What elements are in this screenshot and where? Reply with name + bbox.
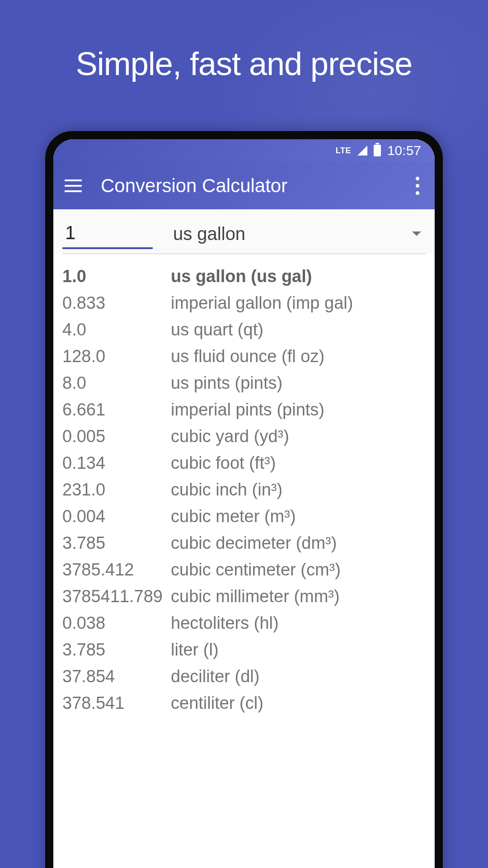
result-value: 128.0 [62, 347, 171, 366]
status-bar: LTE 10:57 [53, 139, 435, 162]
result-value: 0.038 [62, 613, 171, 633]
unit-dropdown-label: us gallon [173, 224, 245, 244]
results-list: 1.0us gallon (us gal)0.833imperial gallo… [53, 263, 435, 717]
result-label: cubic foot (ft³) [171, 453, 276, 473]
result-row[interactable]: 1.0us gallon (us gal) [62, 263, 426, 290]
app-bar: Conversion Calculator [53, 162, 435, 209]
result-value: 0.833 [62, 293, 171, 313]
phone-screen: LTE 10:57 Conversion Calculator us gallo… [53, 139, 435, 868]
result-row[interactable]: 6.661imperial pints (pints) [62, 396, 426, 423]
result-row[interactable]: 3.785cubic decimeter (dm³) [62, 530, 426, 557]
result-row[interactable]: 4.0us quart (qt) [62, 316, 426, 343]
result-value: 8.0 [62, 373, 171, 393]
signal-icon [357, 146, 367, 156]
value-input[interactable] [62, 218, 153, 249]
result-label: imperial pints (pints) [171, 400, 324, 420]
result-label: liter (l) [171, 640, 219, 660]
result-row[interactable]: 0.833imperial gallon (imp gal) [62, 290, 426, 316]
result-row[interactable]: 128.0us fluid ounce (fl oz) [62, 343, 426, 370]
result-row[interactable]: 3785.412cubic centimeter (cm³) [62, 557, 426, 583]
result-label: imperial gallon (imp gal) [171, 293, 353, 313]
result-row[interactable]: 8.0us pints (pints) [62, 370, 426, 396]
result-label: hectoliters (hl) [171, 613, 279, 633]
promo-headline: Simple, fast and precise [0, 0, 488, 82]
result-value: 37.854 [62, 667, 171, 686]
phone-frame: LTE 10:57 Conversion Calculator us gallo… [45, 131, 443, 868]
unit-dropdown[interactable]: us gallon [173, 224, 426, 244]
input-row: us gallon [53, 209, 435, 254]
divider [62, 254, 426, 254]
result-label: deciliter (dl) [171, 667, 259, 686]
result-value: 3.785 [62, 640, 171, 660]
lte-indicator: LTE [336, 146, 351, 156]
hamburger-menu-icon[interactable] [65, 179, 82, 192]
result-row[interactable]: 3.785liter (l) [62, 637, 426, 663]
result-value: 231.0 [62, 480, 171, 500]
result-label: cubic yard (yd³) [171, 427, 289, 446]
result-row[interactable]: 0.004cubic meter (m³) [62, 503, 426, 530]
battery-icon [374, 145, 381, 156]
result-row[interactable]: 0.134cubic foot (ft³) [62, 450, 426, 476]
result-row[interactable]: 37.854deciliter (dl) [62, 663, 426, 690]
result-value: 4.0 [62, 320, 171, 340]
result-label: us gallon (us gal) [171, 267, 312, 286]
result-value: 378.541 [62, 693, 171, 713]
result-value: 0.004 [62, 507, 171, 526]
result-label: cubic millimeter (mm³) [171, 587, 340, 606]
result-row[interactable]: 231.0cubic inch (in³) [62, 476, 426, 503]
result-value: 0.134 [62, 453, 171, 473]
result-value: 1.0 [62, 267, 171, 286]
result-value: 3785.412 [62, 560, 171, 580]
result-value: 0.005 [62, 427, 171, 446]
chevron-down-icon [412, 231, 421, 236]
result-value: 3.785 [62, 533, 171, 553]
result-label: us quart (qt) [171, 320, 263, 340]
result-value: 3785411.789 [62, 587, 171, 606]
app-title: Conversion Calculator [101, 175, 415, 197]
result-label: us pints (pints) [171, 373, 282, 393]
result-row[interactable]: 3785411.789cubic millimeter (mm³) [62, 583, 426, 610]
result-label: centiliter (cl) [171, 693, 263, 713]
result-label: us fluid ounce (fl oz) [171, 347, 324, 366]
result-label: cubic centimeter (cm³) [171, 560, 341, 580]
status-time: 10:57 [387, 143, 421, 158]
result-label: cubic inch (in³) [171, 480, 282, 500]
result-label: cubic meter (m³) [171, 507, 296, 526]
result-row[interactable]: 0.038hectoliters (hl) [62, 610, 426, 637]
result-value: 6.661 [62, 400, 171, 420]
more-options-icon[interactable] [415, 177, 420, 195]
result-label: cubic decimeter (dm³) [171, 533, 337, 553]
result-row[interactable]: 0.005cubic yard (yd³) [62, 423, 426, 450]
result-row[interactable]: 378.541centiliter (cl) [62, 690, 426, 717]
